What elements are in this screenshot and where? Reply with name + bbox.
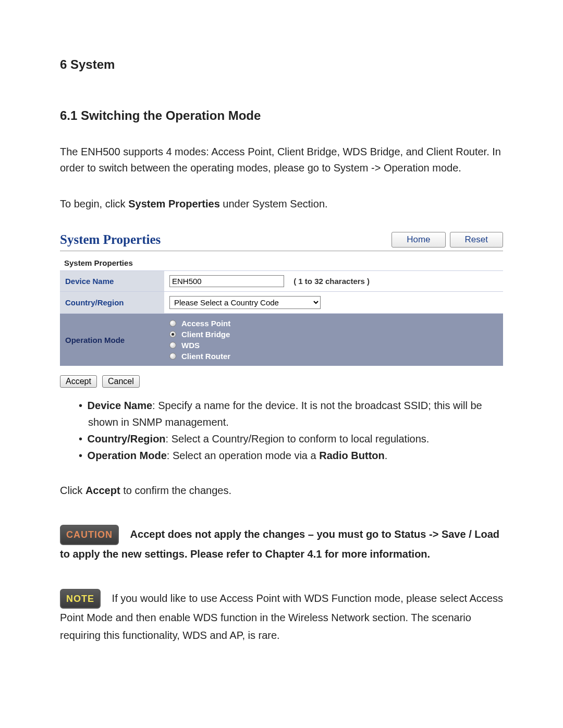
bullet-text-bold: Radio Button [319, 450, 385, 461]
begin-paragraph: To begin, click System Properties under … [60, 196, 503, 212]
chapter-heading: 6 System [60, 57, 503, 72]
device-name-label: Device Name [60, 271, 164, 292]
bullet-label: Country/Region [88, 433, 166, 445]
radio-icon [169, 342, 176, 349]
confirm-bold: Accept [85, 485, 120, 496]
intro-paragraph: The ENH500 supports 4 modes: Access Poin… [60, 144, 503, 176]
bullet-text-pre: : Select an operation mode via a [167, 450, 319, 461]
device-name-input[interactable] [169, 275, 284, 287]
bullet-country-region: Country/Region: Select a Country/Region … [79, 430, 503, 447]
panel-title: System Properties [60, 232, 161, 247]
radio-icon [169, 331, 176, 338]
device-name-hint: ( 1 to 32 characters ) [286, 277, 370, 286]
cancel-button[interactable]: Cancel [102, 375, 140, 388]
begin-text-pre: To begin, click [60, 198, 128, 209]
opmode-client-bridge[interactable]: Client Bridge [169, 329, 498, 340]
opmode-label-ap: Access Point [181, 319, 230, 328]
country-region-select[interactable]: Please Select a Country Code [169, 296, 321, 309]
config-table: Device Name ( 1 to 32 characters ) Count… [60, 270, 503, 366]
panel-subtitle: System Properties [60, 251, 503, 270]
caution-block: CAUTION Accept does not apply the change… [60, 525, 503, 563]
opmode-access-point[interactable]: Access Point [169, 318, 498, 329]
radio-icon [169, 353, 176, 360]
field-descriptions: Device Name: Specify a name for the devi… [79, 397, 503, 464]
bullet-operation-mode: Operation Mode: Select an operation mode… [79, 447, 503, 464]
opmode-label-wds: WDS [181, 341, 200, 350]
row-country-region: Country/Region Please Select a Country C… [60, 292, 503, 314]
operation-mode-label: Operation Mode [60, 314, 164, 366]
caution-text: Accept does not apply the changes – you … [60, 528, 499, 560]
home-button[interactable]: Home [391, 232, 445, 248]
bullet-label: Device Name [88, 400, 153, 411]
row-operation-mode: Operation Mode Access Point Client Bridg… [60, 314, 503, 366]
radio-icon [169, 320, 176, 327]
bullet-text: : Select a Country/Region to conform to … [166, 433, 430, 445]
caution-icon: CAUTION [60, 525, 119, 545]
opmode-label-cr: Client Router [181, 352, 230, 361]
system-properties-panel: System Properties Home Reset System Prop… [60, 232, 503, 388]
opmode-label-cb: Client Bridge [181, 330, 230, 339]
bullet-device-name: Device Name: Specify a name for the devi… [79, 397, 503, 430]
note-icon: NOTE [60, 589, 101, 609]
bullet-label: Operation Mode [88, 450, 167, 461]
begin-text-bold: System Properties [128, 198, 220, 209]
confirm-paragraph: Click Accept to confirm the changes. [60, 483, 503, 499]
begin-text-post: under System Section. [220, 198, 328, 209]
opmode-client-router[interactable]: Client Router [169, 351, 498, 362]
confirm-post: to confirm the changes. [120, 485, 231, 496]
confirm-pre: Click [60, 485, 85, 496]
note-block: NOTE If you would like to use Access Poi… [60, 589, 503, 645]
country-region-label: Country/Region [60, 292, 164, 314]
opmode-wds[interactable]: WDS [169, 340, 498, 351]
accept-button[interactable]: Accept [60, 375, 97, 388]
row-device-name: Device Name ( 1 to 32 characters ) [60, 271, 503, 292]
bullet-text-post: . [385, 450, 388, 461]
section-heading: 6.1 Switching the Operation Mode [60, 108, 503, 123]
note-text: If you would like to use Access Point wi… [60, 592, 503, 641]
reset-button[interactable]: Reset [450, 232, 503, 248]
